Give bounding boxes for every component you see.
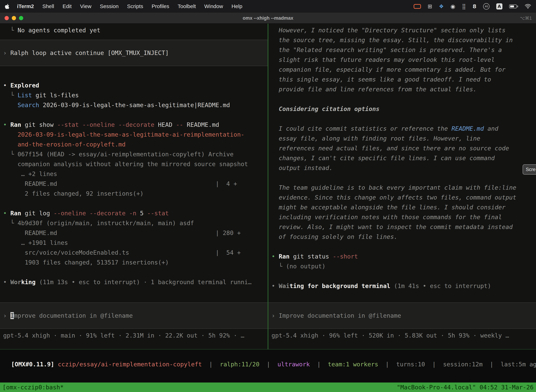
terminal-line: • Ran git show --stat --oneline --decora…	[3, 120, 264, 130]
terminal-line	[272, 271, 533, 281]
terminal-line: slight risk that future readers may over…	[272, 55, 533, 65]
terminal-line: └ List git ls-files	[3, 90, 264, 100]
terminal-line: README.md | 4 +	[3, 179, 264, 189]
terminal-line: changes, I can't cite specific file line…	[272, 153, 533, 163]
wifi-icon[interactable]	[525, 4, 531, 9]
blue-app-icon[interactable]: ❖	[439, 3, 444, 9]
menu-item-session[interactable]: Session	[100, 3, 119, 9]
terminal-line: provide file and line references from th…	[272, 84, 533, 94]
model-status-right: gpt-5.4 xhigh · 96% left · 520K in · 5.8…	[268, 331, 536, 340]
dark-app-icon[interactable]: ◉	[450, 3, 455, 9]
terminal-line	[3, 71, 264, 80]
terminal-line: including verification notes with those …	[272, 212, 533, 222]
terminal-line: Search 2026-03-09-is-legal-the-same-as-l…	[3, 100, 264, 110]
dots-grid-icon[interactable]: ⣿	[462, 3, 466, 9]
pane-right-bottom: › Improve documentation in @filename gpt…	[268, 303, 536, 349]
pane-left-scrollback: └ No agents completed yet› Ralph loop ac…	[0, 25, 268, 287]
terminal-line: 2026-03-09-is-legal-the-same-as-legitima…	[3, 130, 264, 140]
terminal-line: Considering citation options	[272, 104, 533, 114]
menu-item-help[interactable]: Help	[231, 3, 242, 9]
terminal-line: • Working (11m 13s • esc to interrupt) ·…	[3, 277, 264, 287]
menu-items: iTerm2ShellEditViewSessionScriptsProfile…	[17, 3, 242, 9]
menu-item-window[interactable]: Window	[204, 3, 223, 9]
minimize-button[interactable]	[12, 16, 16, 20]
menu-item-profiles[interactable]: Profiles	[152, 3, 169, 9]
apple-icon	[5, 4, 9, 9]
screen-recording-indicator[interactable]	[414, 4, 421, 9]
message-band: › Ralph loop active continue [OMX_TMUX_I…	[0, 40, 268, 66]
terminal-line: the "Related research writing" section i…	[272, 45, 533, 55]
terminal-line: 1903 files changed, 513517 insertions(+)	[3, 257, 264, 267]
pane-right-scrollback: However, I noticed the "Directory Struct…	[268, 25, 536, 291]
terminal-line: └ 067f154 (HEAD -> essay/ai-reimplementa…	[3, 149, 264, 159]
terminal-line: README.md | 280 +	[3, 228, 264, 238]
terminal-line: this single essay, it seems like a good …	[272, 75, 533, 84]
terminal-line: • Ran git log --oneline --decorate -n 5 …	[3, 208, 264, 218]
terminal-line	[272, 173, 533, 183]
terminal-line: I could cite commit statistics or refere…	[272, 124, 533, 134]
menu-status-icons: ⊞❖◉⣿8.61A	[414, 3, 531, 10]
terminal-area: └ No agents completed yet› Ralph loop ac…	[0, 23, 536, 349]
terminal-line: src/voice/voiceModeEnabled.ts | 54 +	[3, 248, 264, 257]
terminal-line: references need actual files, and since …	[272, 143, 533, 153]
terminal-line: └ No agents completed yet	[3, 25, 264, 35]
terminal-line: • Waiting for background terminal (1m 41…	[272, 281, 533, 291]
apple-menu[interactable]	[5, 4, 9, 9]
browser-grid-icon[interactable]: ⊞	[428, 3, 432, 9]
terminal-line: review. Also, I might want to inspect th…	[272, 222, 533, 232]
zoom-button[interactable]	[19, 16, 23, 20]
terminal-line: • Explored	[3, 80, 264, 90]
omx-status-bar: [OMX#0.11.9] cczip/essay/ai-reimplementa…	[0, 349, 536, 383]
terminal-line: However, I noticed the "Directory Struct…	[272, 25, 533, 35]
window-title-bar[interactable]: omx --xhigh --madmax ⌥⌘1	[0, 13, 536, 23]
terminal-line: the source tree, missing the essay. Stil…	[272, 35, 533, 45]
pane-left-bottom: › Improve documentation in @filename gpt…	[0, 303, 268, 349]
terminal-line: essay file, along with finding root file…	[272, 134, 533, 143]
screen: { "colors": { "tmux_green": "#3da23d", "…	[0, 0, 536, 392]
battery-icon[interactable]	[509, 5, 518, 9]
tmux-host-clock: "MacBook-Pro-44.local" 04:52 31-Mar-26	[397, 384, 534, 391]
terminal-pane-left[interactable]: └ No agents completed yet› Ralph loop ac…	[0, 23, 268, 349]
edge-tooltip-text: Scre	[526, 167, 536, 172]
menu-item-edit[interactable]: Edit	[62, 3, 72, 9]
window-shortcut-hint: ⌥⌘1	[520, 13, 532, 23]
prompt-input-left[interactable]: › Improve documentation in @filename	[0, 303, 268, 329]
menu-item-toolbelt[interactable]: Toolbelt	[178, 3, 196, 9]
window-controls	[5, 16, 23, 20]
model-status-left: gpt-5.4 xhigh · main · 91% left · 2.31M …	[0, 331, 268, 340]
edge-tooltip: Scre	[523, 164, 536, 175]
terminal-line: companion file, especially if more comme…	[272, 65, 533, 75]
terminal-line: and-the-erosion-of-copyleft.md	[3, 140, 264, 149]
terminal-line: └ (no output)	[272, 261, 533, 271]
terminal-pane-right[interactable]: However, I noticed the "Directory Struct…	[268, 23, 536, 349]
keypad-icon[interactable]: 8	[473, 3, 476, 9]
menu-item-scripts[interactable]: Scripts	[127, 3, 143, 9]
terminal-line: might be acceptable alongside the file l…	[272, 202, 533, 212]
terminal-line: output instead.	[272, 163, 533, 173]
terminal-line	[3, 110, 264, 120]
terminal-line	[272, 94, 533, 104]
menu-item-iterm2[interactable]: iTerm2	[17, 3, 34, 9]
terminal-line	[272, 114, 533, 124]
tmux-status-bar: [omx-cczip0:bash* "MacBook-Pro-44.local"…	[0, 383, 536, 392]
terminal-line	[272, 242, 533, 252]
input-source-icon[interactable]: A	[496, 3, 502, 9]
terminal-line: … +2 lines	[3, 169, 264, 179]
tmux-session-window[interactable]: [omx-cczip0:bash*	[2, 384, 64, 391]
terminal-line: of focusing solely on file lines.	[272, 232, 533, 242]
close-button[interactable]	[5, 16, 9, 20]
gauge-icon[interactable]: .61	[483, 3, 490, 10]
terminal-line: The team guideline is to back every impo…	[272, 183, 533, 192]
window-title: omx --xhigh --madmax	[0, 13, 536, 23]
terminal-line: 2 files changed, 92 insertions(+)	[3, 189, 264, 198]
terminal-line: … +1901 lines	[3, 238, 264, 248]
terminal-line: • Ran git status --short	[272, 252, 533, 261]
prompt-input-right[interactable]: › Improve documentation in @filename	[268, 303, 536, 329]
menu-item-shell[interactable]: Shell	[42, 3, 54, 9]
terminal-line: evidence. Since this change only affects…	[272, 192, 533, 202]
terminal-line: └ 4b9d30f (origin/main, instructkr/main,…	[3, 218, 264, 228]
terminal-line	[3, 198, 264, 208]
menu-bar: iTerm2ShellEditViewSessionScriptsProfile…	[0, 0, 536, 13]
terminal-line: companion analysis without altering the …	[3, 159, 264, 169]
menu-item-view[interactable]: View	[80, 3, 91, 9]
